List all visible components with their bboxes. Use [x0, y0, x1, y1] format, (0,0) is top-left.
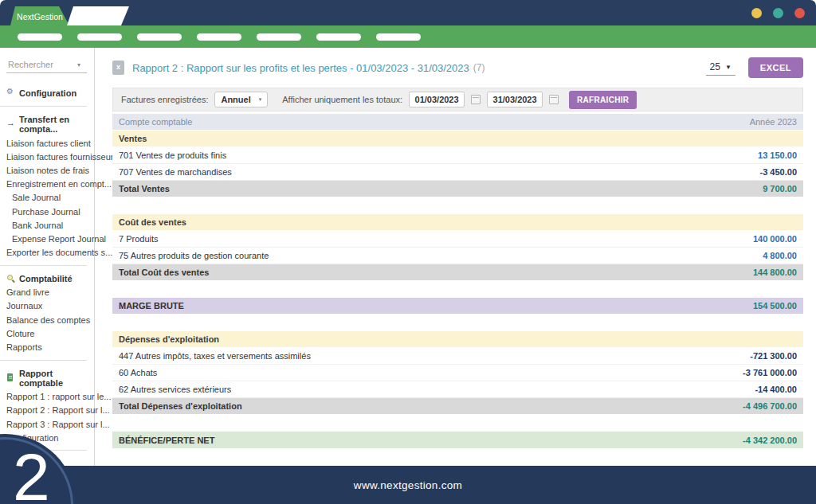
magnifier-icon: [6, 274, 15, 283]
sidebar-item[interactable]: Purchase Journal: [0, 205, 94, 218]
sidebar-divider: [0, 265, 87, 266]
sidebar-item[interactable]: Liaison factures fournisseur: [0, 150, 94, 163]
sidebar-header[interactable]: Transfert en compta...: [0, 112, 94, 136]
nav-pill[interactable]: [18, 33, 62, 41]
column-account: Compte comptable: [119, 117, 192, 127]
period-select[interactable]: Annuel ▾: [214, 92, 268, 107]
sidebar-item[interactable]: Rapports: [0, 340, 94, 354]
table-row-item: 707 Ventes de marchandises -3 450.00: [112, 164, 803, 181]
window-controls: [751, 8, 805, 18]
calendar-icon[interactable]: [549, 95, 559, 104]
footer-url: www.nextgestion.com: [354, 479, 462, 491]
sidebar-item[interactable]: Grand livre: [0, 286, 94, 299]
sidebar-item[interactable]: Bank Journal: [0, 218, 94, 232]
window-dot-red[interactable]: [794, 8, 805, 18]
table-row-marge: MARGE BRUTE 154 500.00: [112, 298, 803, 315]
window-dot-teal[interactable]: [773, 8, 783, 18]
table-row-net: BÉNÉFICE/PERTE NET -4 342 200.00: [112, 432, 803, 449]
sidebar-header[interactable]: Configuration: [0, 86, 94, 100]
sidebar-divider: [0, 360, 87, 361]
sidebar-header[interactable]: Comptabilité: [0, 272, 94, 286]
sidebar-header[interactable]: Rapport comptable: [0, 366, 94, 390]
table-header-row: Compte comptable Année 2023: [112, 114, 803, 131]
sidebar: ▾ Configuration Transfert en compta... L…: [0, 48, 95, 466]
sidebar-item[interactable]: Rapport 1 : rapport sur le...: [0, 390, 94, 404]
page-number: 2: [13, 443, 50, 504]
table-row-gap: [112, 315, 803, 331]
table-row-gap: [112, 281, 803, 298]
date-to-input[interactable]: [487, 92, 543, 107]
totals-only-label: Afficher uniquement les totaux:: [282, 95, 402, 104]
main-content: Rapport 2 : Rapport sur les profits et l…: [95, 48, 816, 466]
sidebar-item[interactable]: Sale Journal: [0, 191, 94, 205]
table-row-section: Ventes: [112, 131, 803, 147]
sidebar-item[interactable]: Liaison notes de frais: [0, 163, 94, 177]
file-icon: [6, 373, 15, 382]
search-input[interactable]: [6, 59, 77, 70]
nav-pill[interactable]: [376, 33, 421, 41]
table-row-total: Total Coût des ventes 144 800.00: [112, 264, 803, 281]
brand-tab[interactable]: NextGestion: [10, 6, 69, 25]
invoices-filter-label: Factures enregistrées:: [121, 95, 208, 104]
chevron-down-icon: ▼: [725, 64, 732, 71]
sidebar-item[interactable]: Cloture: [0, 326, 94, 340]
refresh-button[interactable]: RAFRAICHIR: [569, 91, 637, 109]
nav-pill[interactable]: [257, 33, 301, 41]
sidebar-item[interactable]: Liaison factures client: [0, 136, 94, 150]
page-size-select[interactable]: 25 ▼: [706, 60, 736, 76]
report-count: (7): [473, 62, 485, 73]
column-year: Année 2023: [750, 117, 797, 127]
table-row-item: 75 Autres produits de gestion courante 4…: [112, 248, 803, 264]
sidebar-item[interactable]: Journaux: [0, 299, 94, 313]
sidebar-item[interactable]: Balance des comptes: [0, 313, 94, 326]
table-row-item: 60 Achats -3 761 000.00: [112, 365, 803, 381]
table-row-gap: [112, 197, 803, 214]
table-row-item: 62 Autres services extérieurs -14 400.00: [112, 381, 803, 398]
table-row-item: 701 Ventes de produits finis 13 150.00: [112, 147, 803, 164]
table-row-gap: [112, 415, 803, 432]
sidebar-item[interactable]: Expense Report Journal: [0, 232, 94, 245]
sidebar-divider: [0, 106, 87, 107]
table-row-item: 447 Autres impôts, taxes et versements a…: [112, 348, 803, 365]
excel-export-button[interactable]: EXCEL: [748, 57, 803, 78]
secondary-tab[interactable]: [67, 6, 129, 25]
main-nav-bar: [0, 25, 816, 48]
calendar-icon[interactable]: [471, 95, 481, 104]
sidebar-item[interactable]: Rapport 3 : Rapport sur l...: [0, 417, 94, 431]
sidebar-search: ▾: [6, 59, 87, 73]
chevron-down-icon: ▾: [259, 96, 262, 103]
gears-icon: [6, 89, 15, 98]
window-title-bar: NextGestion: [0, 0, 816, 25]
nav-pill[interactable]: [137, 33, 182, 41]
nav-pill[interactable]: [77, 33, 122, 41]
table-row-item: 7 Produits 140 000.00: [112, 231, 803, 248]
window-dot-yellow[interactable]: [751, 8, 762, 18]
table-row-total: Total Dépenses d'exploitation -4 496 700…: [112, 398, 803, 415]
date-from-input[interactable]: [409, 92, 465, 107]
filter-bar: Factures enregistrées: Annuel ▾ Afficher…: [112, 88, 803, 111]
sidebar-item[interactable]: Rapport 2 : Rapport sur l...: [0, 404, 94, 417]
table-row-section: Coût des ventes: [112, 214, 803, 231]
nav-pill[interactable]: [316, 33, 361, 41]
chevron-down-icon[interactable]: ▾: [77, 61, 80, 68]
sidebar-item[interactable]: Exporter les documents s...: [0, 246, 94, 260]
sidebar-item[interactable]: Enregistrement en compt...: [0, 178, 94, 191]
table-row-total: Total Ventes 9 700.00: [112, 181, 803, 197]
nav-pill[interactable]: [197, 33, 241, 41]
report-title-link[interactable]: Rapport 2 : Rapport sur les profits et l…: [132, 62, 469, 74]
footer-bar: www.nextgestion.com: [0, 466, 816, 504]
table-row-section: Dépenses d'exploitation: [112, 331, 803, 348]
report-title-row: Rapport 2 : Rapport sur les profits et l…: [112, 57, 803, 78]
arrow-right-icon: [6, 120, 15, 129]
excel-file-icon: [112, 61, 124, 75]
brand-label: NextGestion: [17, 12, 63, 21]
report-table: Compte comptable Année 2023 Ventes 701 V…: [112, 114, 803, 449]
